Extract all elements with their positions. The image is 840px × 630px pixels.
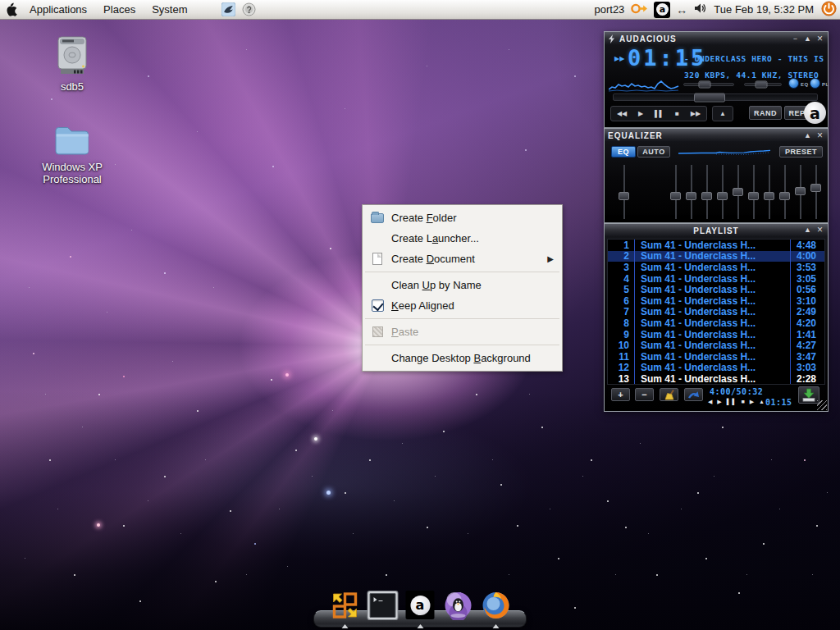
- playlist-row[interactable]: 7Sum 41 - Underclass H...2:49: [608, 307, 824, 318]
- eq-band-slider[interactable]: [686, 165, 696, 219]
- menu-item-create-document[interactable]: Create Document ▶: [363, 249, 561, 269]
- shade-button[interactable]: ▲: [803, 35, 812, 43]
- save-list-icon: [801, 388, 816, 402]
- dock-item-workspace-switcher[interactable]: [330, 590, 360, 620]
- desktop-root: Applications Places System port23 a ↔: [0, 0, 840, 630]
- menu-item-create-folder[interactable]: Create Folder: [363, 208, 561, 228]
- eq-band-slider[interactable]: [764, 165, 774, 219]
- hostname-label: port23: [594, 3, 624, 16]
- dock-item-terminal[interactable]: [368, 590, 398, 620]
- playlist-row[interactable]: 8Sum 41 - Underclass H...4:20: [608, 317, 824, 329]
- power-button[interactable]: [821, 1, 837, 19]
- clock[interactable]: Tue Feb 19, 5:32 PM: [712, 3, 815, 16]
- previous-button[interactable]: ◀◀: [617, 111, 627, 117]
- add-track-button[interactable]: +: [611, 388, 630, 401]
- eq-band-slider[interactable]: [748, 165, 759, 219]
- running-indicator: [492, 624, 499, 628]
- eject-button[interactable]: ▲: [712, 106, 733, 121]
- menu-item-change-desktop-background[interactable]: Change Desktop Background: [363, 348, 561, 368]
- playlist-row[interactable]: 9Sum 41 - Underclass H...1:41: [608, 329, 824, 340]
- equalizer-toggle-button[interactable]: [788, 78, 799, 89]
- network-status-icon[interactable]: ↔: [676, 3, 687, 16]
- menu-places[interactable]: Places: [95, 0, 144, 19]
- checkbox-checked-icon[interactable]: [372, 299, 384, 312]
- equalizer-titlebar[interactable]: EQUALIZER ▲ ×: [605, 129, 828, 142]
- song-ticker[interactable]: - UNDERCLASS HERO - THIS IS GOOD!: [684, 54, 825, 63]
- running-indicator: [417, 624, 423, 628]
- playlist-row[interactable]: 6Sum 41 - Underclass H...3:10: [608, 295, 824, 307]
- menu-item-clean-up-by-name[interactable]: Clean Up by Name: [363, 275, 561, 295]
- playlist-row[interactable]: 5Sum 41 - Underclass H...0:56: [608, 284, 824, 295]
- menu-item-create-launcher[interactable]: Create Launcher...: [363, 228, 561, 249]
- close-button[interactable]: ×: [815, 132, 824, 139]
- volume-slider[interactable]: [683, 83, 734, 86]
- eq-curve-display: [677, 147, 774, 158]
- playlist-track-list: 1Sum 41 - Underclass H...4:48 2Sum 41 - …: [607, 239, 825, 385]
- shuffle-button[interactable]: RAND: [749, 106, 782, 120]
- playlist-mini-transport[interactable]: ◀ ▶ ▌▌ ■ ▶ ▲: [708, 399, 766, 405]
- dock-item-firefox[interactable]: [481, 590, 511, 620]
- playlist-toggle-button[interactable]: [810, 78, 820, 89]
- menu-separator: [365, 272, 559, 272]
- stream-info: 320 KBPS, 44.1 KHZ, STEREO: [684, 71, 825, 80]
- firefox-icon: [481, 591, 510, 620]
- volume-icon[interactable]: [693, 2, 706, 17]
- playlist-row[interactable]: 13Sum 41 - Underclass H...2:28: [608, 373, 824, 385]
- minimize-button[interactable]: −: [791, 35, 800, 43]
- transport-controls: ◀◀ ▶ ▌▌ ■ ▶▶: [610, 106, 707, 121]
- playlist-row[interactable]: 11Sum 41 - Underclass H...3:47: [608, 351, 824, 363]
- seek-handle[interactable]: [694, 93, 725, 102]
- desktop-icon-windows-xp-professional[interactable]: Windows XP Professional: [27, 123, 117, 185]
- apple-menu[interactable]: [0, 0, 21, 19]
- desktop-icon-sdb5[interactable]: sdb5: [27, 34, 117, 93]
- eq-auto-button[interactable]: AUTO: [637, 146, 670, 158]
- resize-grip[interactable]: [817, 400, 827, 410]
- audacious-titlebar[interactable]: AUDACIOUS − ▲ ×: [605, 32, 828, 45]
- next-button[interactable]: ▶▶: [691, 111, 701, 117]
- eq-band-slider[interactable]: [795, 165, 806, 219]
- audacious-tray-icon[interactable]: a: [654, 2, 670, 18]
- eq-preset-button[interactable]: PRESET: [779, 146, 823, 158]
- eq-band-slider[interactable]: [670, 165, 681, 219]
- play-button[interactable]: ▶: [638, 111, 643, 117]
- eq-band-slider[interactable]: [701, 165, 712, 219]
- menu-item-paste[interactable]: Paste: [363, 322, 561, 342]
- menu-applications[interactable]: Applications: [21, 0, 95, 19]
- menu-system[interactable]: System: [144, 0, 195, 19]
- playlist-row[interactable]: 3Sum 41 - Underclass H...3:53: [608, 262, 824, 273]
- playlist-row[interactable]: 2Sum 41 - Underclass H...4:00: [608, 251, 824, 262]
- dock-item-messenger[interactable]: [443, 590, 473, 620]
- playlist-current-time: 01:15: [765, 398, 792, 407]
- eq-band-slider[interactable]: [810, 165, 821, 219]
- eq-on-button[interactable]: EQ: [611, 146, 636, 158]
- firefox-launcher[interactable]: [200, 2, 216, 17]
- playlist-row[interactable]: 12Sum 41 - Underclass H...3:03: [608, 363, 824, 374]
- network-activity-icon[interactable]: [630, 2, 648, 17]
- playlist-titlebar[interactable]: PLAYLIST ▲ ×: [605, 224, 828, 237]
- playlist-row[interactable]: 1Sum 41 - Underclass H...4:48: [608, 240, 824, 251]
- eq-band-slider[interactable]: [717, 165, 728, 219]
- seek-bar[interactable]: [613, 94, 818, 101]
- sort-playlist-button[interactable]: [684, 388, 703, 401]
- pl-button-label: PL: [822, 82, 829, 87]
- eq-band-slider[interactable]: [733, 165, 743, 219]
- remove-track-button[interactable]: −: [635, 388, 654, 401]
- window-title: PLAYLIST: [693, 226, 738, 235]
- shade-button[interactable]: ▲: [803, 226, 812, 234]
- pause-button[interactable]: ▌▌: [655, 111, 664, 117]
- playlist-row[interactable]: 10Sum 41 - Underclass H...4:27: [608, 340, 824, 351]
- crop-playlist-button[interactable]: [660, 388, 678, 401]
- preamp-slider[interactable]: [619, 165, 629, 219]
- balance-slider[interactable]: [744, 83, 782, 86]
- playlist-row[interactable]: 4Sum 41 - Underclass H...3:05: [608, 273, 824, 285]
- menu-item-keep-aligned[interactable]: Keep Aligned: [363, 295, 561, 316]
- dock-item-audacious[interactable]: a: [405, 590, 436, 620]
- close-button[interactable]: ×: [815, 35, 824, 43]
- desktop-icon-label: Windows XP Professional: [27, 161, 117, 185]
- bird-app-launcher[interactable]: [221, 2, 236, 17]
- eq-band-slider[interactable]: [779, 165, 790, 219]
- stop-button[interactable]: ■: [675, 111, 679, 117]
- shade-button[interactable]: ▲: [803, 132, 812, 139]
- close-button[interactable]: ×: [815, 226, 824, 234]
- help-launcher[interactable]: [241, 2, 257, 17]
